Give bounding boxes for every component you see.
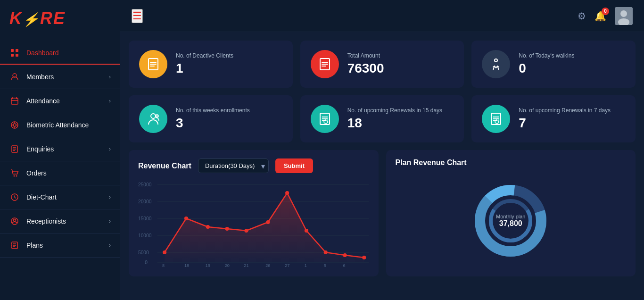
nav-arrow-plans: › <box>109 242 111 249</box>
nav-arrow-enquiries: › <box>109 146 111 152</box>
svg-text:21: 21 <box>244 263 248 267</box>
stat-info-total-amount: Total Amount 76300 <box>347 52 384 76</box>
user-avatar-icon <box>615 7 633 25</box>
stat-info-renewals-7: No. of upcoming Renewals in 7 days 7 <box>519 107 611 131</box>
plan-revenue-chart-card: Plan Revenue Chart <box>386 150 636 276</box>
svg-text:26: 26 <box>265 263 270 267</box>
sidebar-item-plans[interactable]: Plans › <box>0 233 120 258</box>
nav-icon-plans <box>9 240 20 250</box>
stat-icon-renewals-15 <box>311 105 339 133</box>
stat-icon-renewals-7 <box>482 105 510 133</box>
svg-text:25000: 25000 <box>138 182 152 187</box>
stats-row-1: No. of Deactive Clients 1 Total Amount 7… <box>129 41 636 142</box>
nav-arrow-receptionists: › <box>109 218 111 225</box>
stat-icon-deactive-clients <box>139 50 167 78</box>
stat-value-deactive-clients: 1 <box>176 61 233 76</box>
nav-icon-diet-chart <box>9 192 20 202</box>
svg-marker-36 <box>165 193 364 262</box>
svg-text:0: 0 <box>145 260 148 265</box>
sidebar: K⚡RE Dashboard Members › Attendance › Bi… <box>0 0 120 300</box>
stat-card-todays-walkins: No. of Today's walkins 0 <box>471 41 636 88</box>
revenue-chart-card: Revenue Chart Duration(30 Days) Submit <box>129 150 379 276</box>
nav-icon-orders <box>9 168 20 178</box>
duration-select[interactable]: Duration(30 Days) <box>198 158 269 173</box>
avatar[interactable] <box>615 7 633 25</box>
settings-button[interactable]: ⚙ <box>578 10 586 22</box>
nav-arrow-attendance: › <box>109 98 111 104</box>
nav-label-plans: Plans <box>26 242 109 249</box>
hamburger-button[interactable]: ☰ <box>132 9 143 23</box>
svg-rect-1 <box>16 49 18 52</box>
duration-select-wrap: Duration(30 Days) <box>198 158 269 173</box>
stat-label-renewals-15: No. of upcoming Renewals in 15 days <box>347 107 442 114</box>
nav-icon-members <box>9 72 20 82</box>
sidebar-item-orders[interactable]: Orders <box>0 161 120 185</box>
stat-card-total-amount: Total Amount 76300 <box>300 41 464 88</box>
svg-text:27: 27 <box>285 263 289 267</box>
stat-card-renewals-15: No. of upcoming Renewals in 15 days 18 <box>300 95 464 142</box>
logo: K⚡RE <box>0 0 120 37</box>
charts-row: Revenue Chart Duration(30 Days) Submit <box>129 150 636 276</box>
revenue-chart-area: 25000 20000 15000 10000 5000 0 <box>138 180 369 267</box>
stat-value-renewals-7: 7 <box>519 116 611 131</box>
sidebar-item-attendance[interactable]: Attendance › <box>0 89 120 113</box>
svg-point-10 <box>16 175 17 177</box>
svg-rect-3 <box>16 54 18 57</box>
plan-value: 37,800 <box>496 219 525 228</box>
sidebar-item-diet-chart[interactable]: Diet-Chart › <box>0 185 120 209</box>
stat-value-renewals-15: 18 <box>347 116 442 131</box>
header-right: ⚙ 🔔 0 <box>578 7 633 25</box>
donut-container: Monthly plan 37,800 <box>473 183 548 258</box>
notifications-button[interactable]: 🔔 0 <box>594 10 606 22</box>
svg-text:19: 19 <box>206 263 210 267</box>
sidebar-item-biometric[interactable]: Biometric Attendance <box>0 113 120 137</box>
nav-icon-biometric <box>9 120 20 130</box>
sidebar-item-receptionists[interactable]: Receptionists › <box>0 209 120 233</box>
svg-rect-2 <box>11 54 14 57</box>
nav-label-diet-chart: Diet-Chart <box>26 193 109 201</box>
stat-icon-week-enrollments <box>139 105 167 133</box>
svg-text:15000: 15000 <box>138 216 152 221</box>
stat-label-total-amount: Total Amount <box>347 52 384 59</box>
svg-point-40 <box>225 227 229 231</box>
svg-text:6: 6 <box>343 263 345 267</box>
plan-name: Monthly plan <box>496 214 525 219</box>
plan-chart-title: Plan Revenue Chart <box>396 158 467 167</box>
notification-badge: 0 <box>602 8 609 15</box>
sidebar-item-dashboard[interactable]: Dashboard <box>0 41 120 65</box>
svg-point-42 <box>266 220 270 224</box>
svg-text:5: 5 <box>324 263 326 267</box>
svg-point-47 <box>362 256 366 259</box>
chart-header: Revenue Chart Duration(30 Days) Submit <box>138 158 369 173</box>
submit-button[interactable]: Submit <box>275 158 313 173</box>
stat-icon-total-amount <box>311 50 339 78</box>
stat-card-week-enrollments: No. of this weeks enrollments 3 <box>129 95 293 142</box>
svg-text:1: 1 <box>305 263 307 267</box>
stat-info-renewals-15: No. of upcoming Renewals in 15 days 18 <box>347 107 442 131</box>
nav-label-receptionists: Receptionists <box>26 217 109 225</box>
nav-label-dashboard: Dashboard <box>26 49 111 57</box>
stat-label-week-enrollments: No. of this weeks enrollments <box>176 107 250 114</box>
revenue-chart-title: Revenue Chart <box>138 162 191 170</box>
svg-text:10000: 10000 <box>138 233 152 238</box>
stat-label-renewals-7: No. of upcoming Renewals in 7 days <box>519 107 611 114</box>
sidebar-item-enquiries[interactable]: Enquiries › <box>0 137 120 161</box>
nav-arrow-diet-chart: › <box>109 194 111 200</box>
nav-arrow-members: › <box>109 74 111 80</box>
svg-rect-5 <box>11 98 18 104</box>
svg-point-39 <box>206 225 210 229</box>
header: ☰ ⚙ 🔔 0 <box>120 0 644 32</box>
svg-text:18: 18 <box>184 263 189 267</box>
svg-point-44 <box>305 229 308 233</box>
nav-label-attendance: Attendance <box>26 97 109 105</box>
svg-point-43 <box>285 191 289 195</box>
revenue-chart-svg: 25000 20000 15000 10000 5000 0 <box>138 180 369 267</box>
nav-icon-attendance <box>9 96 20 106</box>
sidebar-item-members[interactable]: Members › <box>0 65 120 89</box>
svg-point-37 <box>163 250 166 254</box>
stat-label-deactive-clients: No. of Deactive Clients <box>176 52 233 59</box>
svg-point-46 <box>343 253 347 257</box>
nav-label-biometric: Biometric Attendance <box>26 121 111 129</box>
svg-point-38 <box>184 217 188 220</box>
svg-point-20 <box>151 114 156 118</box>
